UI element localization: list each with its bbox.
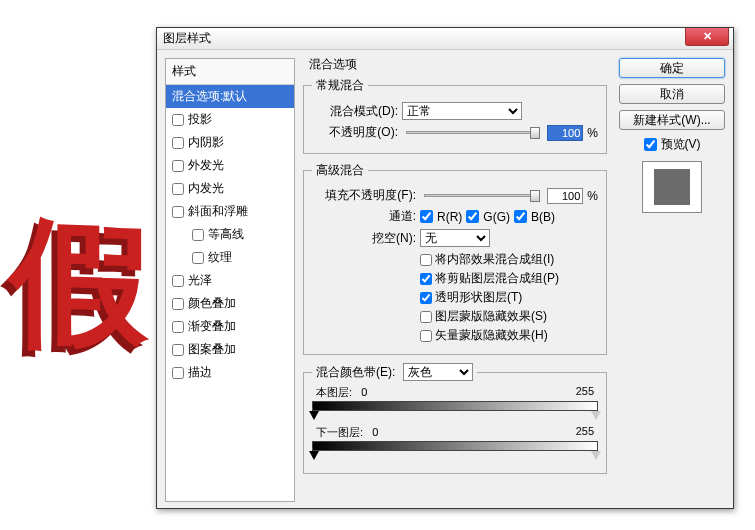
background-text: 假 (10, 188, 138, 382)
opacity-label: 不透明度(O): (312, 124, 398, 141)
opacity-slider[interactable] (406, 131, 539, 134)
preview-swatch (654, 169, 690, 205)
style-item[interactable]: 颜色叠加 (166, 292, 294, 315)
blend-if-select[interactable]: 灰色 (403, 363, 473, 381)
style-item[interactable]: 光泽 (166, 269, 294, 292)
ok-button[interactable]: 确定 (619, 58, 725, 78)
advanced-blend-group: 高级混合 填充不透明度(F): % 通道: R(R) G(G) B(B) 挖空(… (303, 162, 607, 355)
channel-r-label: R(R) (437, 210, 462, 224)
advanced-legend: 高级混合 (312, 162, 368, 179)
under-lo: 0 (372, 426, 378, 438)
slider-thumb[interactable] (530, 190, 540, 202)
tri-black-icon[interactable] (309, 411, 319, 420)
slider-thumb[interactable] (530, 127, 540, 139)
option-checkbox[interactable] (420, 273, 432, 285)
preview-swatch-box (642, 161, 702, 213)
this-layer-label: 本图层: (316, 386, 352, 398)
style-label: 颜色叠加 (188, 295, 236, 312)
preview-checkbox[interactable] (644, 138, 657, 151)
style-item[interactable]: 描边 (166, 361, 294, 384)
channel-b-checkbox[interactable] (514, 210, 527, 223)
style-checkbox[interactable] (172, 275, 184, 287)
option-checkbox[interactable] (420, 330, 432, 342)
close-button[interactable]: ✕ (685, 28, 729, 46)
style-checkbox[interactable] (172, 160, 184, 172)
titlebar[interactable]: 图层样式 ✕ (157, 28, 733, 50)
style-label: 描边 (188, 364, 212, 381)
advanced-option: 将内部效果混合成组(I) (420, 251, 598, 268)
under-layer-label: 下一图层: (316, 426, 363, 438)
style-checkbox[interactable] (172, 344, 184, 356)
style-label: 斜面和浮雕 (188, 203, 248, 220)
opacity-input[interactable] (547, 125, 583, 141)
style-checkbox[interactable] (172, 321, 184, 333)
channel-g-checkbox[interactable] (466, 210, 479, 223)
style-item[interactable]: 斜面和浮雕 (166, 200, 294, 223)
option-label: 将剪贴图层混合成组(P) (435, 270, 559, 287)
channel-b-label: B(B) (531, 210, 555, 224)
knockout-select[interactable]: 无 (420, 229, 490, 247)
style-item[interactable]: 图案叠加 (166, 338, 294, 361)
advanced-option: 将剪贴图层混合成组(P) (420, 270, 598, 287)
style-checkbox[interactable] (172, 298, 184, 310)
right-panel: 确定 取消 新建样式(W)... 预览(V) (619, 58, 725, 213)
close-icon: ✕ (703, 30, 712, 43)
style-item[interactable]: 等高线 (166, 223, 294, 246)
option-checkbox[interactable] (420, 292, 432, 304)
option-label: 透明形状图层(T) (435, 289, 522, 306)
fill-slider[interactable] (424, 194, 539, 197)
style-checkbox[interactable] (192, 229, 204, 241)
advanced-option: 透明形状图层(T) (420, 289, 598, 306)
style-checkbox[interactable] (172, 367, 184, 379)
blend-mode-select[interactable]: 正常 (402, 102, 522, 120)
blend-if-legend: 混合颜色带(E): 灰色 (312, 363, 477, 381)
under-layer-gradient[interactable] (312, 441, 598, 451)
blend-options-panel: 混合选项 常规混合 混合模式(D): 正常 不透明度(O): % 高级混合 填充… (303, 54, 607, 506)
cancel-button[interactable]: 取消 (619, 84, 725, 104)
option-label: 矢量蒙版隐藏效果(H) (435, 327, 548, 344)
style-label: 光泽 (188, 272, 212, 289)
general-blend-group: 常规混合 混合模式(D): 正常 不透明度(O): % (303, 77, 607, 154)
style-item[interactable]: 内发光 (166, 177, 294, 200)
percent-label: % (587, 189, 598, 203)
dialog-title: 图层样式 (163, 30, 211, 47)
percent-label: % (587, 126, 598, 140)
style-label: 投影 (188, 111, 212, 128)
style-checkbox[interactable] (172, 137, 184, 149)
style-checkbox[interactable] (192, 252, 204, 264)
tri-black-icon[interactable] (309, 451, 319, 460)
style-label: 纹理 (208, 249, 232, 266)
channel-g-label: G(G) (483, 210, 510, 224)
option-checkbox[interactable] (420, 311, 432, 323)
style-item[interactable]: 内阴影 (166, 131, 294, 154)
style-checkbox[interactable] (172, 114, 184, 126)
option-checkbox[interactable] (420, 254, 432, 266)
preview-label: 预览(V) (661, 136, 701, 153)
fill-opacity-input[interactable] (547, 188, 583, 204)
style-item[interactable]: 外发光 (166, 154, 294, 177)
style-checkbox[interactable] (172, 183, 184, 195)
this-layer-gradient[interactable] (312, 401, 598, 411)
advanced-option: 矢量蒙版隐藏效果(H) (420, 327, 598, 344)
advanced-option: 图层蒙版隐藏效果(S) (420, 308, 598, 325)
style-label: 内发光 (188, 180, 224, 197)
blend-if-group: 混合颜色带(E): 灰色 本图层: 0 255 下一图层: 0 255 (303, 363, 607, 474)
style-label: 外发光 (188, 157, 224, 174)
this-lo: 0 (361, 386, 367, 398)
styles-header: 样式 (166, 59, 294, 85)
tri-white-icon[interactable] (591, 451, 601, 460)
style-item[interactable]: 混合选项:默认 (166, 85, 294, 108)
under-hi: 255 (576, 425, 594, 440)
channel-r-checkbox[interactable] (420, 210, 433, 223)
style-item[interactable]: 投影 (166, 108, 294, 131)
new-style-button[interactable]: 新建样式(W)... (619, 110, 725, 130)
fill-opacity-label: 填充不透明度(F): (312, 187, 416, 204)
style-item[interactable]: 纹理 (166, 246, 294, 269)
channels-label: 通道: (312, 208, 416, 225)
style-item[interactable]: 渐变叠加 (166, 315, 294, 338)
style-label: 混合选项:默认 (172, 88, 247, 105)
style-checkbox[interactable] (172, 206, 184, 218)
style-label: 渐变叠加 (188, 318, 236, 335)
tri-white-icon[interactable] (591, 411, 601, 420)
general-legend: 常规混合 (312, 77, 368, 94)
